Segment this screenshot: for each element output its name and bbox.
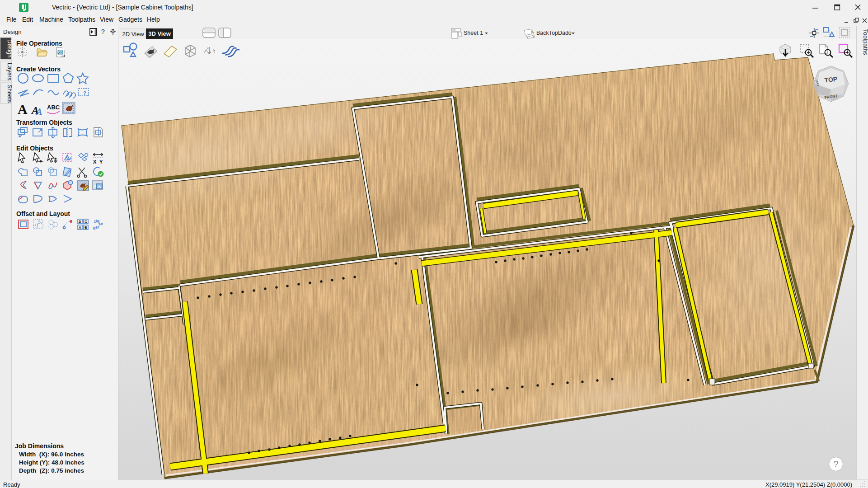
svg-text:D: D — [79, 220, 81, 224]
svg-text:ger: ger — [93, 225, 100, 230]
svg-text:A: A — [18, 102, 28, 117]
svg-text:Y: Y — [99, 159, 103, 164]
svg-text:A: A — [79, 225, 81, 230]
svg-text:B: B — [84, 225, 87, 230]
svg-text:?: ? — [83, 90, 86, 96]
svg-text:A: A — [35, 107, 42, 117]
svg-text:TOP: TOP — [824, 75, 838, 84]
svg-text:ABC: ABC — [47, 104, 60, 111]
svg-text:Layers: Layers — [6, 63, 12, 81]
svg-text:Sheets: Sheets — [6, 84, 12, 103]
svg-text:Toolpaths: Toolpaths — [862, 29, 868, 55]
svg-text:z: z — [207, 46, 209, 50]
svg-text:X: X — [93, 159, 97, 164]
svg-text:Design: Design — [6, 39, 12, 57]
svg-text:C: C — [84, 220, 87, 224]
